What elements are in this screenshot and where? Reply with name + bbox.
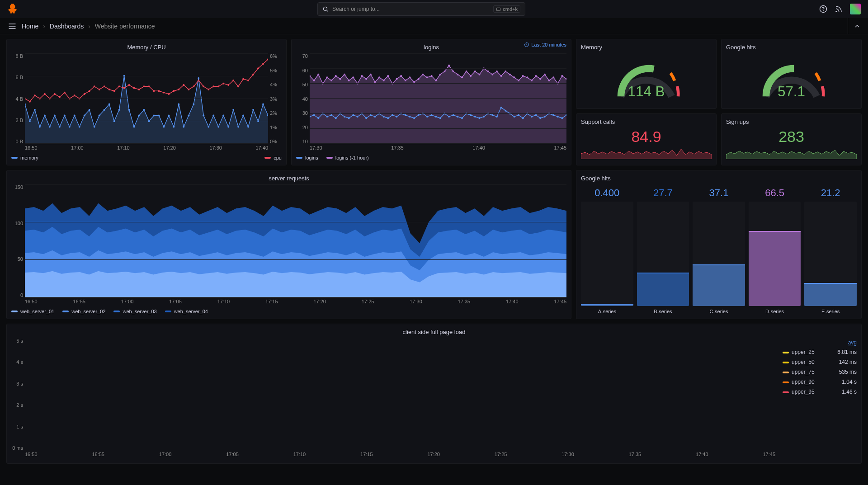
grafana-logo-icon[interactable] [7,3,20,15]
svg-point-4 [836,11,837,12]
panel-title: Support calls [581,117,712,128]
panel-memory-cpu[interactable]: Memory / CPU 8 B6 B4 B2 B0 B 6%5%4%3%2%1… [6,39,287,165]
panel-google-hits-bars[interactable]: Google hits 0.400A-series27.7B-series37.… [576,170,862,319]
panel-title: server requests [11,173,566,184]
panel-google-gauge[interactable]: Google hits 57.1 [721,39,862,109]
panel-logins[interactable]: logins Last 20 minutes 70605040302010 17… [291,39,571,165]
help-icon[interactable] [819,5,827,13]
breadcrumb-home[interactable]: Home [22,23,38,30]
svg-rect-1 [497,8,500,10]
panel-title: Memory [581,42,712,53]
panel-title: Google hits [581,173,857,184]
panel-page-load[interactable]: client side full page load 5 s4 s3 s2 s1… [6,324,862,464]
user-avatar[interactable] [850,4,861,14]
svg-text:57.1: 57.1 [778,84,805,99]
panel-support-calls[interactable]: Support calls 84.9 [576,113,717,165]
breadcrumb-current: Website performance [95,23,155,30]
svg-text:114 B: 114 B [628,84,665,99]
panel-title: client side full page load [11,327,857,338]
collapse-header-button[interactable] [848,18,861,34]
svg-point-3 [823,10,824,11]
panel-server-requests[interactable]: server requests 150100500 16:5016:5517:0… [6,170,571,319]
panel-title: Google hits [726,42,857,53]
panel-memory-gauge[interactable]: Memory 114 B [576,39,717,109]
breadcrumb-dashboards[interactable]: Dashboards [50,23,84,30]
breadcrumb: Home › Dashboards › Website performance [22,23,155,30]
top-bar: Search or jump to... cmd+k [0,0,868,18]
news-icon[interactable] [835,5,843,13]
panel-title: Sign ups [726,117,857,128]
panel-sign-ups[interactable]: Sign ups 283 [721,113,862,165]
stat-value: 283 [726,128,857,146]
legend-header[interactable]: avg [829,338,857,347]
stat-value: 84.9 [581,128,712,146]
sub-bar: Home › Dashboards › Website performance [0,18,868,34]
search-input[interactable]: Search or jump to... cmd+k [317,2,525,16]
time-range-badge[interactable]: Last 20 minutes [524,42,566,47]
svg-point-0 [323,7,327,10]
search-placeholder: Search or jump to... [332,6,380,12]
search-kbd-hint: cmd+k [493,5,520,13]
search-icon [322,6,329,12]
panel-title: Memory / CPU [11,42,282,53]
menu-icon[interactable] [7,21,17,31]
